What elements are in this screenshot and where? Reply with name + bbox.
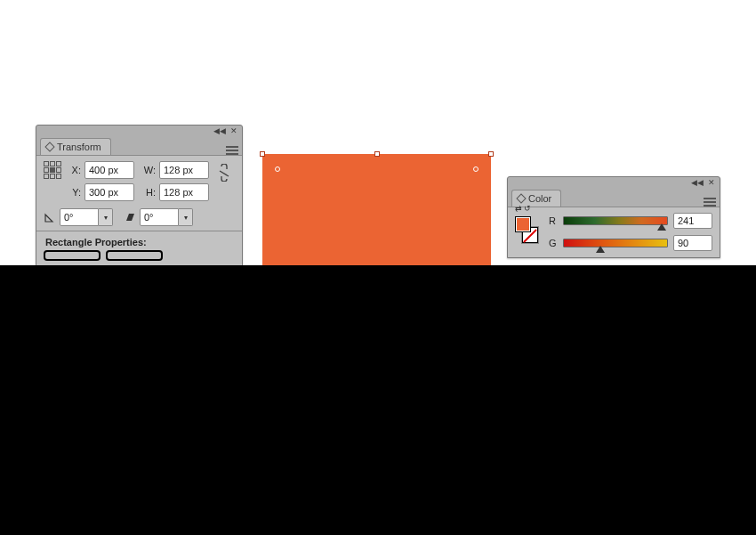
- corner-radius-handle[interactable]: [473, 166, 479, 172]
- transform-panel: ◀◀ ✕ Transform X: W: Y:: [36, 125, 243, 267]
- rectangle-properties-label: Rectangle Properties:: [45, 237, 235, 247]
- diamond-icon: [516, 193, 526, 203]
- slider-thumb[interactable]: [596, 246, 605, 253]
- cropped-region: [0, 265, 756, 535]
- constrain-proportions-icon[interactable]: [215, 161, 233, 184]
- fill-stroke-swatches[interactable]: [515, 213, 540, 252]
- x-input[interactable]: [84, 161, 134, 179]
- channel-label: G: [549, 238, 558, 248]
- rect-width-box[interactable]: [44, 250, 101, 261]
- h-input[interactable]: [159, 183, 209, 201]
- transform-body: X: W: Y: H: ▾: [36, 156, 242, 266]
- tab-row: Color: [508, 188, 720, 207]
- w-input[interactable]: [159, 161, 209, 179]
- selection-handle-top-right[interactable]: [488, 151, 494, 157]
- collapse-icon[interactable]: ◀◀: [215, 126, 224, 135]
- selection-handle-top-middle[interactable]: [374, 151, 380, 157]
- slider-track-r[interactable]: [563, 216, 668, 225]
- x-label: X:: [68, 165, 81, 175]
- canvas-selected-rectangle[interactable]: [262, 154, 491, 265]
- shear-input[interactable]: [140, 208, 179, 226]
- channel-value-g[interactable]: [673, 235, 712, 251]
- channel-label: R: [549, 215, 558, 226]
- fill-swatch[interactable]: [515, 216, 531, 232]
- tab-row: Transform: [36, 136, 242, 156]
- panel-menu-icon[interactable]: [704, 198, 716, 207]
- slider-track-g[interactable]: [563, 239, 668, 247]
- selection-handle-top-left[interactable]: [260, 151, 265, 157]
- panel-menu-icon[interactable]: [226, 146, 238, 155]
- rectangle-properties: [44, 250, 235, 261]
- channel-value-r[interactable]: [673, 213, 712, 229]
- h-label: H:: [143, 187, 156, 198]
- tab-transform[interactable]: Transform: [40, 138, 111, 155]
- close-icon[interactable]: ✕: [229, 126, 238, 135]
- rect-height-box[interactable]: [106, 250, 163, 261]
- y-input[interactable]: [84, 183, 134, 201]
- color-sliders: RG: [549, 213, 712, 252]
- close-icon[interactable]: ✕: [707, 178, 716, 187]
- diamond-icon: [44, 142, 54, 151]
- slider-thumb[interactable]: [657, 223, 666, 231]
- panel-topbar: ◀◀ ✕: [508, 177, 720, 188]
- shear-dropdown-button[interactable]: ▾: [179, 208, 193, 226]
- color-panel: ◀◀ ✕ Color ⇄ ↺ RG: [507, 176, 720, 258]
- default-colors-icon[interactable]: ↺: [524, 204, 531, 213]
- collapse-icon[interactable]: ◀◀: [693, 178, 702, 187]
- swap-colors-icon[interactable]: ⇄: [515, 204, 522, 213]
- tab-label: Color: [528, 193, 551, 204]
- reference-point-grid[interactable]: [44, 161, 65, 182]
- rotate-dropdown-button[interactable]: ▾: [99, 208, 113, 226]
- w-label: W:: [143, 165, 156, 175]
- color-body: ⇄ ↺ RG: [508, 207, 720, 257]
- divider: [36, 231, 242, 231]
- shear-icon: [124, 211, 136, 223]
- y-label: Y:: [68, 187, 81, 198]
- tab-label: Transform: [57, 142, 101, 152]
- rotate-input[interactable]: [60, 208, 99, 226]
- panel-topbar: ◀◀ ✕: [36, 126, 242, 136]
- corner-radius-handle[interactable]: [275, 166, 280, 172]
- slider-row-r: R: [549, 213, 712, 229]
- slider-row-g: G: [549, 235, 712, 251]
- rotate-icon: [44, 211, 56, 223]
